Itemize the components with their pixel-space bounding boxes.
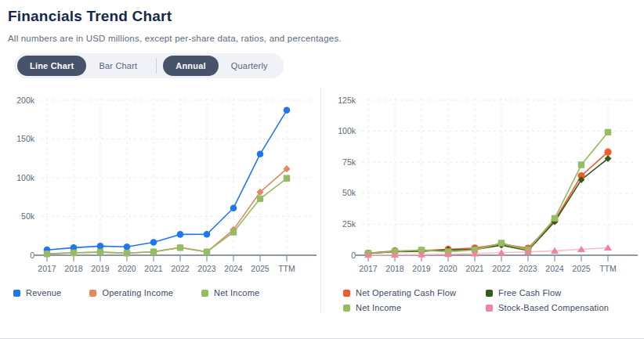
cash-flow-legend: Net Operating Cash FlowFree Cash FlowNet… xyxy=(321,288,643,312)
x-axis-tick-label: 2017 xyxy=(359,264,378,273)
quarterly-button[interactable]: Quarterly xyxy=(219,56,280,76)
income-statement-line-chart[interactable]: 050k100k150k200k201720182019202020212022… xyxy=(0,88,321,283)
legend-label: Revenue xyxy=(26,288,61,298)
legend-label: Net Income xyxy=(356,303,401,312)
x-axis-tick-label: 2018 xyxy=(64,264,83,273)
y-axis-tick-label: 200k xyxy=(16,96,35,105)
x-axis-tick-label: 2024 xyxy=(545,264,564,273)
legend-label: Stock-Based Compensation xyxy=(498,303,609,312)
x-axis-tick-label: 2021 xyxy=(465,264,484,273)
x-axis-tick-label: 2022 xyxy=(171,264,190,273)
data-point-revenue[interactable] xyxy=(257,151,264,158)
series-line-free-cash-flow xyxy=(368,159,608,254)
legend-label: Net Income xyxy=(214,288,259,298)
y-axis-tick-label: 50k xyxy=(21,211,35,221)
x-axis-tick-label: 2020 xyxy=(439,264,458,273)
legend-item-stock-based-compensation[interactable]: Stock-Based Compensation xyxy=(486,303,643,312)
data-point-net-income[interactable] xyxy=(177,244,183,251)
x-axis-tick-label: 2019 xyxy=(91,264,110,273)
legend-swatch-net-income xyxy=(201,290,208,297)
data-point-revenue[interactable] xyxy=(204,231,211,238)
data-point-net-income[interactable] xyxy=(71,250,77,256)
line-chart-button[interactable]: Line Chart xyxy=(17,56,86,76)
income-statement-legend: RevenueOperating IncomeNet Income xyxy=(0,288,320,298)
legend-swatch-stock-based-compensation xyxy=(486,305,493,312)
y-axis-tick-label: 75k xyxy=(342,157,356,167)
x-axis-tick-label: 2023 xyxy=(197,264,216,273)
legend-item-net-income[interactable]: Net Income xyxy=(201,288,259,298)
data-point-revenue[interactable] xyxy=(124,243,131,251)
data-point-net-income[interactable] xyxy=(257,196,263,202)
legend-item-revenue[interactable]: Revenue xyxy=(13,288,61,298)
data-point-revenue[interactable] xyxy=(97,243,104,250)
legend-swatch-free-cash-flow xyxy=(486,290,493,297)
legend-swatch-net-operating-cash-flow xyxy=(343,290,350,297)
page-header: Financials Trend Chart All numbers are i… xyxy=(0,0,644,78)
legend-item-net-operating-cash-flow[interactable]: Net Operating Cash Flow xyxy=(343,288,486,298)
data-point-net-income[interactable] xyxy=(124,250,130,256)
income-statement-chart-panel: 050k100k150k200k201720182019202020212022… xyxy=(0,88,321,312)
x-axis-tick-label: 2019 xyxy=(412,264,431,273)
data-point-net-income[interactable] xyxy=(97,249,103,255)
legend-item-operating-income[interactable]: Operating Income xyxy=(89,288,173,298)
page-subtitle: All numbers are in USD millions, except … xyxy=(8,34,636,43)
data-point-net-income[interactable] xyxy=(44,251,50,257)
cash-flow-line-chart[interactable]: 025k50k75k100k125k2017201820192020202120… xyxy=(321,88,642,283)
data-point-revenue[interactable] xyxy=(230,204,237,211)
y-axis-tick-label: 100k xyxy=(338,126,356,135)
x-axis-tick-label: 2023 xyxy=(519,264,537,273)
x-axis-tick-label: 2024 xyxy=(224,264,243,273)
y-axis-tick-label: 50k xyxy=(342,188,356,197)
data-point-net-income[interactable] xyxy=(230,229,237,235)
y-axis-tick-label: 125k xyxy=(338,96,356,105)
chart-controls: Line Chart Bar Chart Annual Quarterly xyxy=(14,53,284,78)
legend-swatch-revenue xyxy=(13,290,20,297)
x-axis-tick-label: 2025 xyxy=(251,264,270,273)
legend-label: Net Operating Cash Flow xyxy=(356,288,456,298)
toolbar-divider xyxy=(156,58,157,74)
data-point-net-income[interactable] xyxy=(498,240,505,246)
legend-item-free-cash-flow[interactable]: Free Cash Flow xyxy=(486,288,643,298)
x-axis-tick-label: 2022 xyxy=(492,264,511,273)
data-point-net-operating-cash-flow[interactable] xyxy=(604,149,611,156)
data-point-net-income[interactable] xyxy=(605,129,611,135)
x-axis-tick-label: TTM xyxy=(278,264,295,273)
x-axis-tick-label: TTM xyxy=(599,264,617,273)
x-axis-tick-label: 2021 xyxy=(144,264,163,273)
charts-row: 050k100k150k200k201720182019202020212022… xyxy=(0,88,644,312)
data-point-net-income[interactable] xyxy=(204,248,210,254)
y-axis-tick-label: 100k xyxy=(16,173,35,182)
financials-trend-page: Financials Trend Chart All numbers are i… xyxy=(0,0,644,339)
data-point-net-income[interactable] xyxy=(578,161,584,168)
cash-flow-chart-panel: 025k50k75k100k125k2017201820192020202120… xyxy=(321,88,643,312)
data-point-net-income[interactable] xyxy=(552,215,558,222)
data-point-revenue[interactable] xyxy=(150,239,157,246)
y-axis-tick-label: 150k xyxy=(16,134,35,143)
y-axis-tick-label: 0 xyxy=(30,251,34,260)
annual-button[interactable]: Annual xyxy=(163,56,218,76)
x-axis-tick-label: 2020 xyxy=(118,264,136,273)
x-axis-tick-label: 2018 xyxy=(385,264,404,273)
page-title: Financials Trend Chart xyxy=(8,8,636,25)
data-point-revenue[interactable] xyxy=(177,231,184,238)
series-line-revenue xyxy=(47,110,287,250)
x-axis-tick-label: 2025 xyxy=(572,264,591,273)
y-axis-tick-label: 0 xyxy=(351,251,356,260)
data-point-net-income[interactable] xyxy=(150,249,157,255)
x-axis-tick-label: 2017 xyxy=(38,264,56,273)
legend-label: Free Cash Flow xyxy=(498,288,561,298)
legend-swatch-operating-income xyxy=(89,290,96,297)
legend-item-net-income[interactable]: Net Income xyxy=(343,303,486,312)
series-line-net-income xyxy=(368,132,608,254)
legend-swatch-net-income xyxy=(343,305,350,312)
data-point-revenue[interactable] xyxy=(284,106,291,114)
y-axis-tick-label: 25k xyxy=(342,219,356,229)
legend-label: Operating Income xyxy=(102,288,173,298)
bar-chart-button[interactable]: Bar Chart xyxy=(86,56,150,76)
series-line-net-operating-cash-flow xyxy=(368,152,608,253)
data-point-net-income[interactable] xyxy=(284,175,290,182)
